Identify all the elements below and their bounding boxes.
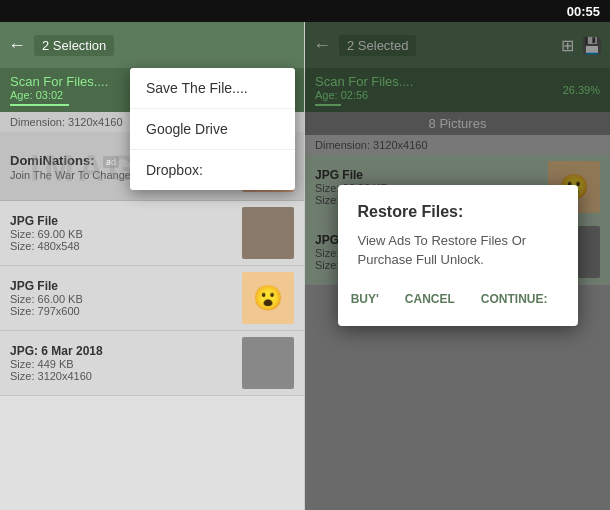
left-file-thumb-1 [242,207,294,259]
left-scan-info: Scan For Files.... Age: 03:02 [10,74,108,106]
left-file-size2-2: Size: 797x600 [10,305,234,317]
left-file-name-2: JPG File [10,279,234,293]
left-scan-age: Age: 03:02 [10,89,108,101]
left-file-item-1[interactable]: JPG File Size: 69.00 KB Size: 480x548 [0,201,304,266]
left-panel: ← 2 Selection Scan For Files.... Age: 03… [0,0,305,510]
left-selection-badge: 2 Selection [34,35,114,56]
dialog-title: Restore Files: [358,203,558,221]
buy-button[interactable]: BUY' [341,286,389,312]
cancel-button[interactable]: CANCEL [395,286,465,312]
left-file-thumb-3 [242,337,294,389]
dialog-overlay: Restore Files: View Ads To Restore Files… [305,0,610,510]
left-file-thumb-2: 😮 [242,272,294,324]
thumb-face-icon: 😮 [242,272,294,324]
screen-container: 00:55 ← 2 Selection Scan For Files.... A… [0,0,610,510]
left-file-size2-1: Size: 480x548 [10,240,234,252]
left-file-item-2[interactable]: JPG File Size: 66.00 KB Size: 797x600 😮 [0,266,304,331]
ad-badge: ad [103,156,119,168]
thumb-person-icon [242,207,294,259]
left-dimension-label: Dimension: 3120x4160 [10,116,123,128]
left-file-name-1: JPG File [10,214,234,228]
left-file-info-3: JPG: 6 Mar 2018 Size: 449 KB Size: 3120x… [10,344,234,382]
continue-button[interactable]: CONTINUE: [471,286,558,312]
left-file-size1-2: Size: 66.00 KB [10,293,234,305]
left-progress-line [10,104,69,106]
left-top-bar: ← 2 Selection [0,22,304,68]
left-file-size1-3: Size: 449 KB [10,358,234,370]
status-bar: 00:55 [0,0,610,22]
left-file-size1-1: Size: 69.00 KB [10,228,234,240]
restore-dialog: Restore Files: View Ads To Restore Files… [338,185,578,326]
left-file-size2-3: Size: 3120x4160 [10,370,234,382]
dialog-body: View Ads To Restore Files Or Purchase Fu… [358,231,558,270]
left-file-info-2: JPG File Size: 66.00 KB Size: 797x600 [10,279,234,317]
dropdown-item-dropbox[interactable]: Dropbox: [130,150,295,190]
thumb-gray-icon [242,337,294,389]
left-scan-text: Scan For Files.... [10,74,108,89]
left-file-info-1: JPG File Size: 69.00 KB Size: 480x548 [10,214,234,252]
ad-name: DomiNations: [10,153,95,168]
right-panel: ← 2 Selected ⊞ 💾 Scan For Files.... Age:… [305,0,610,510]
left-file-item-3[interactable]: JPG: 6 Mar 2018 Size: 449 KB Size: 3120x… [0,331,304,396]
left-back-button[interactable]: ← [8,35,26,56]
dropdown-item-gdrive[interactable]: Google Drive [130,109,295,150]
left-file-name-3: JPG: 6 Mar 2018 [10,344,234,358]
dialog-buttons: BUY' CANCEL CONTINUE: [358,286,558,312]
status-time: 00:55 [567,4,600,19]
dropdown-menu: Save The File.... Google Drive Dropbox: [130,68,295,190]
dropdown-item-save[interactable]: Save The File.... [130,68,295,109]
